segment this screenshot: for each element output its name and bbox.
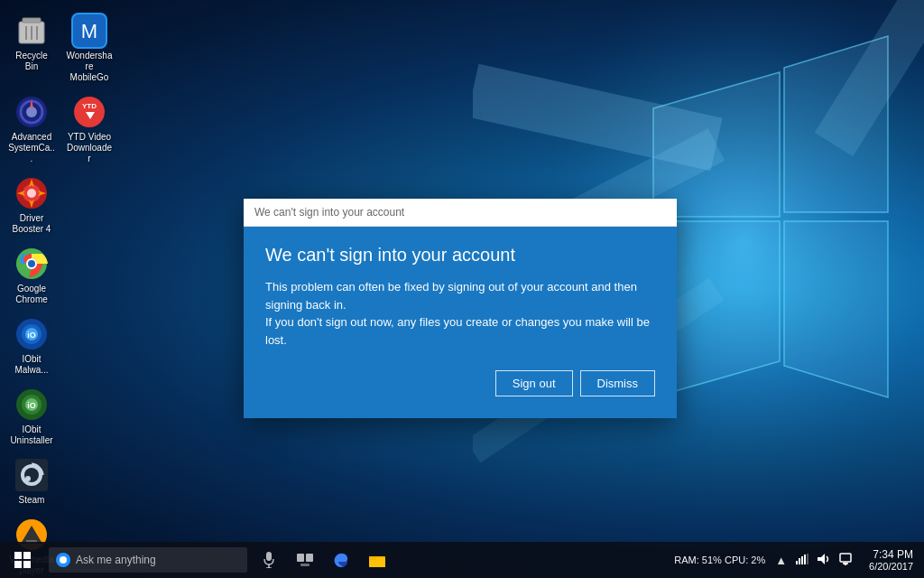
file-explorer-icon [369, 553, 385, 567]
svg-rect-46 [14, 561, 22, 568]
svg-rect-54 [300, 564, 310, 566]
driver-booster-icon [14, 175, 50, 211]
desktop: Recycle Bin M Wondershare MobileGo [0, 0, 924, 578]
volume-icon[interactable] [815, 552, 833, 569]
svg-marker-63 [818, 554, 825, 564]
start-button[interactable] [0, 542, 45, 578]
iobit-uninstaller-icon: iO [14, 387, 50, 423]
svg-text:M: M [81, 20, 97, 42]
desktop-icon-chrome[interactable]: Google Chrome [5, 242, 59, 309]
desktop-icon-recycle-bin[interactable]: Recycle Bin [5, 9, 59, 87]
desktop-icon-ytd[interactable]: YTD YTD Video Downloader [62, 90, 116, 168]
recycle-bin-label: Recycle Bin [8, 51, 55, 72]
svg-rect-62 [807, 554, 808, 564]
svg-point-18 [26, 107, 37, 117]
advanced-systemcare-icon [14, 94, 50, 130]
svg-line-8 [834, 0, 924, 144]
taskbar-clock[interactable]: 7:34 PM 6/20/2017 [858, 542, 924, 578]
svg-marker-1 [653, 72, 780, 217]
svg-rect-60 [801, 556, 803, 564]
desktop-icon-steam[interactable]: Steam [5, 453, 59, 509]
desktop-icon-row-3: Driver Booster 4 [5, 172, 116, 238]
svg-rect-44 [14, 552, 22, 559]
ram-cpu-display: RAM: 51% CPU: 2% [674, 555, 765, 565]
desktop-icon-iobit-malware[interactable]: iO IObit Malwa... [5, 312, 59, 379]
windows-start-icon [14, 552, 31, 568]
svg-rect-49 [266, 552, 272, 561]
svg-rect-57 [369, 556, 376, 560]
svg-point-48 [60, 556, 67, 564]
desktop-icon-driver-booster[interactable]: Driver Booster 4 [5, 172, 59, 238]
dialog-buttons: Sign out Dismiss [265, 370, 655, 396]
ytd-label: YTD Video Downloader [66, 132, 113, 164]
dialog-title: We can't sign into your account [265, 245, 655, 266]
svg-point-40 [25, 476, 31, 481]
iobit-malware-icon: iO [14, 316, 50, 352]
svg-rect-58 [796, 561, 798, 564]
search-placeholder-text: Ask me anything [76, 554, 156, 566]
svg-marker-4 [784, 221, 888, 397]
ytd-icon: YTD [71, 94, 107, 130]
taskbar-right: RAM: 51% CPU: 2% ▲ [674, 542, 924, 578]
microphone-icon [263, 552, 275, 568]
chrome-label: Google Chrome [8, 284, 55, 305]
svg-rect-65 [843, 563, 848, 564]
recycle-bin-icon [14, 13, 50, 49]
svg-rect-47 [23, 561, 31, 568]
network-icon[interactable] [793, 552, 811, 569]
file-explorer-taskbar-button[interactable] [359, 542, 395, 578]
steam-label: Steam [19, 495, 45, 506]
desktop-icon-row-1: Recycle Bin M Wondershare MobileGo [5, 9, 116, 87]
svg-rect-53 [306, 554, 313, 562]
task-view-button[interactable] [287, 542, 323, 578]
dismiss-button[interactable]: Dismiss [580, 370, 656, 396]
svg-text:iO: iO [27, 401, 36, 410]
show-hidden-icons-button[interactable]: ▲ [772, 552, 790, 569]
iobit-uninstaller-label: IObit Uninstaller [8, 424, 55, 446]
edge-icon [333, 552, 349, 568]
mobilego-icon: M [71, 13, 107, 49]
dialog-message: This problem can often be fixed by signi… [265, 278, 655, 349]
desktop-icon-row-2: Advanced SystemCa... YTD YTD Video Downl… [5, 90, 116, 168]
svg-point-28 [28, 260, 35, 267]
svg-text:YTD: YTD [82, 102, 97, 110]
mic-button[interactable] [251, 542, 287, 578]
mobilego-label: Wondershare MobileGo [66, 51, 113, 83]
task-view-icon [297, 554, 313, 566]
notification-area: ▲ [769, 551, 858, 570]
dialog-titlebar: We can't sign into your account [244, 199, 677, 227]
desktop-icon-mobilego[interactable]: M Wondershare MobileGo [62, 9, 116, 87]
cortana-circle-icon [59, 555, 68, 564]
iobit-malware-label: IObit Malwa... [8, 354, 55, 376]
svg-text:iO: iO [27, 331, 36, 340]
dialog-titlebar-text: We can't sign into your account [254, 206, 404, 219]
desktop-icon-advanced-systemcare[interactable]: Advanced SystemCa... [5, 90, 59, 168]
svg-point-24 [27, 189, 36, 198]
volume-status-icon [818, 554, 830, 564]
svg-rect-59 [799, 558, 800, 564]
clock-date-display: 6/20/2017 [869, 561, 913, 572]
taskbar-search[interactable]: Ask me anything [49, 547, 247, 573]
action-center-button[interactable] [836, 551, 855, 570]
desktop-icon-row-5: iO IObit Malwa... [5, 312, 116, 379]
edge-taskbar-button[interactable] [323, 542, 359, 578]
dialog-body: We can't sign into your account This pro… [244, 227, 677, 418]
svg-line-5 [473, 90, 716, 144]
sign-in-dialog: We can't sign into your account We can't… [244, 199, 677, 418]
svg-rect-45 [23, 552, 31, 559]
advanced-systemcare-label: Advanced SystemCa... [8, 132, 55, 164]
clock-time-display: 7:34 PM [873, 548, 913, 561]
svg-marker-2 [784, 36, 888, 212]
sign-out-button[interactable]: Sign out [495, 370, 573, 396]
chrome-icon [14, 246, 50, 282]
steam-icon [14, 457, 50, 493]
taskbar: Ask me anything [0, 542, 924, 578]
cortana-icon [56, 553, 70, 567]
svg-rect-52 [297, 554, 304, 562]
desktop-icon-row-4: Google Chrome [5, 242, 116, 309]
svg-rect-64 [840, 554, 851, 562]
driver-booster-label: Driver Booster 4 [8, 213, 55, 235]
desktop-icon-row-6: iO IObit Uninstaller [5, 383, 116, 450]
desktop-icons-container: Recycle Bin M Wondershare MobileGo [5, 9, 116, 578]
desktop-icon-iobit-uninstaller[interactable]: iO IObit Uninstaller [5, 383, 59, 450]
